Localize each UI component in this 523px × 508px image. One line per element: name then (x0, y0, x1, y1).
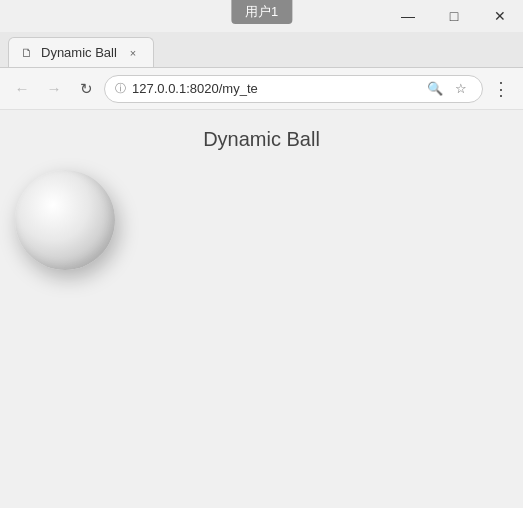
menu-button[interactable]: ⋮ (487, 75, 515, 103)
tab-title: Dynamic Ball (41, 45, 117, 60)
navbar: ← → ↻ ⓘ 127.0.0.1:8020/my_te 🔍 ☆ ⋮ (0, 68, 523, 110)
search-icon-button[interactable]: 🔍 (424, 78, 446, 100)
refresh-button[interactable]: ↻ (72, 75, 100, 103)
minimize-button[interactable]: — (385, 0, 431, 32)
bookmark-button[interactable]: ☆ (450, 78, 472, 100)
tab-page-icon: 🗋 (21, 46, 33, 60)
tabbar: 🗋 Dynamic Ball × (0, 32, 523, 68)
address-text: 127.0.0.1:8020/my_te (132, 81, 418, 96)
forward-button[interactable]: → (40, 75, 68, 103)
address-bar[interactable]: ⓘ 127.0.0.1:8020/my_te 🔍 ☆ (104, 75, 483, 103)
tab-close-button[interactable]: × (125, 45, 141, 61)
close-button[interactable]: ✕ (477, 0, 523, 32)
tab-dynamic-ball[interactable]: 🗋 Dynamic Ball × (8, 37, 154, 67)
window-controls: — □ ✕ (385, 0, 523, 32)
page-content: Dynamic Ball (0, 110, 523, 508)
user-badge: 用户1 (231, 0, 292, 24)
titlebar: 用户1 — □ ✕ (0, 0, 523, 32)
dynamic-ball (15, 170, 115, 270)
address-actions: 🔍 ☆ (424, 78, 472, 100)
page-title: Dynamic Ball (0, 110, 523, 151)
info-icon: ⓘ (115, 81, 126, 96)
maximize-button[interactable]: □ (431, 0, 477, 32)
back-button[interactable]: ← (8, 75, 36, 103)
